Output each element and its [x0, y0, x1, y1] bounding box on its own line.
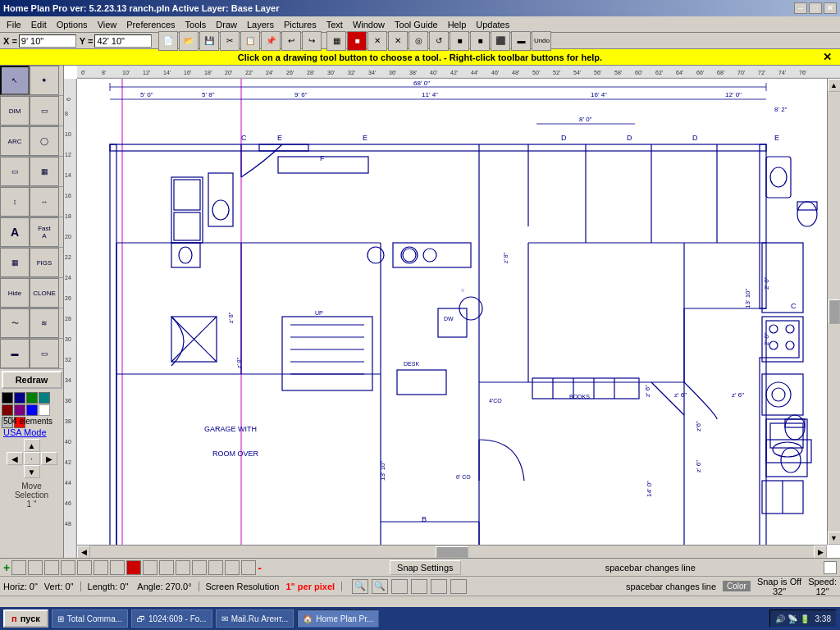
snap-btn-1[interactable]: [11, 560, 26, 575]
vline-tool[interactable]: ↕: [0, 187, 30, 217]
color-indicator[interactable]: Color: [723, 581, 751, 591]
wall-tool[interactable]: ▭: [0, 157, 30, 186]
menu-pictures[interactable]: Pictures: [279, 18, 322, 31]
color-maroon[interactable]: [2, 404, 13, 416]
zoom-actual-button[interactable]: [411, 579, 427, 594]
color-teal[interactable]: [39, 392, 50, 404]
menu-tools[interactable]: Tools: [180, 18, 212, 31]
wave-tool[interactable]: 〜: [0, 308, 30, 338]
color-purple[interactable]: [14, 404, 25, 416]
tb6[interactable]: ↺: [429, 31, 449, 51]
canvas-area[interactable]: 6' 8' 10' 12' 14' 16' 18' 20' 22' 24' 26…: [64, 66, 840, 558]
usa-mode[interactable]: USA Mode: [0, 427, 63, 437]
zoom-in-button[interactable]: 🔍: [352, 579, 368, 594]
snap-btn-13[interactable]: [208, 560, 223, 575]
tb4[interactable]: ✕: [388, 31, 408, 51]
snap-btn-8[interactable]: [126, 560, 141, 575]
menu-window[interactable]: Window: [348, 18, 390, 31]
menu-toolguide[interactable]: Tool Guide: [390, 18, 443, 31]
taskbar-homeplan[interactable]: 🏠Home Plan Pr...: [297, 609, 379, 628]
fastext-tool[interactable]: FastA: [30, 217, 59, 247]
nav-center[interactable]: ·: [24, 452, 40, 465]
snap-btn-7[interactable]: [110, 560, 125, 575]
tb1[interactable]: ▦: [326, 31, 346, 51]
snap-btn-15[interactable]: [241, 560, 256, 575]
arc-tool[interactable]: ARC: [0, 126, 30, 156]
zoom-next-button[interactable]: [450, 579, 467, 594]
nav-right[interactable]: ▶: [41, 452, 57, 465]
zoom-fit-button[interactable]: [391, 579, 408, 594]
menu-view[interactable]: View: [93, 18, 122, 31]
redraw-button[interactable]: Redraw: [2, 371, 62, 389]
tb2[interactable]: ■: [347, 31, 367, 51]
scrollbar-right[interactable]: ▲ ▼: [827, 79, 840, 545]
select-tool[interactable]: ↖: [0, 66, 30, 95]
info-close[interactable]: ✕: [823, 51, 832, 63]
nav-up[interactable]: ▲: [24, 439, 40, 452]
dim-tool[interactable]: DIM: [0, 96, 30, 126]
zoom-out-button[interactable]: 🔍: [372, 579, 388, 594]
taskbar-1024[interactable]: 🗗1024:609 - Fo...: [131, 609, 212, 628]
menu-draw[interactable]: Draw: [211, 18, 242, 31]
menu-file[interactable]: File: [2, 18, 26, 31]
close-button[interactable]: ✕: [824, 2, 837, 14]
redo-button[interactable]: ↪: [302, 31, 322, 51]
menu-edit[interactable]: Edit: [26, 18, 52, 31]
tb10[interactable]: ▬: [511, 31, 531, 51]
color-blue[interactable]: [26, 404, 38, 416]
symbol-tool[interactable]: ▦: [0, 248, 30, 277]
tb7[interactable]: ■: [450, 31, 469, 51]
taskbar-total-comma[interactable]: ⊞Total Comma...: [52, 609, 128, 628]
tb8[interactable]: ■: [470, 31, 490, 51]
snap-btn-2[interactable]: [28, 560, 43, 575]
multiselect-tool[interactable]: ✦: [30, 66, 59, 95]
menu-text[interactable]: Text: [322, 18, 348, 31]
scroll-down-button[interactable]: ▼: [828, 532, 841, 545]
snap-btn-9[interactable]: [143, 560, 158, 575]
scroll-left-button[interactable]: ◀: [77, 546, 90, 559]
hide-tool[interactable]: Hide: [0, 278, 30, 308]
scrollbar-bottom[interactable]: ◀ ▶: [77, 545, 827, 558]
menu-help[interactable]: Help: [443, 18, 472, 31]
color-white[interactable]: [39, 404, 50, 416]
page-icon[interactable]: [824, 561, 837, 574]
tb5[interactable]: ◎: [409, 31, 428, 51]
menu-options[interactable]: Options: [52, 18, 93, 31]
grid-tool[interactable]: ▦: [30, 157, 59, 186]
menu-preferences[interactable]: Preferences: [121, 18, 180, 31]
text-tool[interactable]: A: [0, 217, 30, 247]
tb3[interactable]: ✕: [368, 31, 387, 51]
snap-btn-12[interactable]: [192, 560, 207, 575]
color-green[interactable]: [26, 392, 38, 404]
open-button[interactable]: 📂: [179, 31, 199, 51]
menu-layers[interactable]: Layers: [242, 18, 279, 31]
circle-tool[interactable]: ◯: [30, 126, 59, 156]
snap-btn-3[interactable]: [44, 560, 59, 575]
clone-tool[interactable]: CLONE: [30, 278, 59, 308]
nav-down[interactable]: ▼: [24, 465, 40, 478]
paste-button[interactable]: 📌: [261, 31, 281, 51]
snap-btn-6[interactable]: [94, 560, 108, 575]
y-input[interactable]: [94, 34, 152, 48]
zoom-prev-button[interactable]: [431, 579, 447, 594]
undo-button[interactable]: ↩: [281, 31, 301, 51]
color-darkblue[interactable]: [14, 392, 25, 404]
rect2-tool[interactable]: ▬: [0, 339, 30, 368]
undo2[interactable]: Undo: [532, 31, 551, 51]
save-button[interactable]: 💾: [199, 31, 219, 51]
x-input[interactable]: [19, 34, 76, 48]
snap-btn-5[interactable]: [77, 560, 92, 575]
snap-settings-button[interactable]: Snap Settings: [390, 560, 461, 575]
tb9[interactable]: ⬛: [491, 31, 510, 51]
snap-btn-11[interactable]: [176, 560, 190, 575]
rect3-tool[interactable]: ▭: [30, 339, 59, 368]
spline-tool[interactable]: ≋: [30, 308, 59, 338]
snap-remove-button[interactable]: -: [258, 561, 262, 574]
menu-updates[interactable]: Updates: [471, 18, 514, 31]
hline-tool[interactable]: ↔: [30, 187, 59, 217]
maximize-button[interactable]: □: [809, 2, 822, 14]
snap-btn-10[interactable]: [159, 560, 174, 575]
cut-button[interactable]: ✂: [220, 31, 240, 51]
new-button[interactable]: 📄: [158, 31, 178, 51]
snap-add-button[interactable]: +: [3, 561, 10, 574]
